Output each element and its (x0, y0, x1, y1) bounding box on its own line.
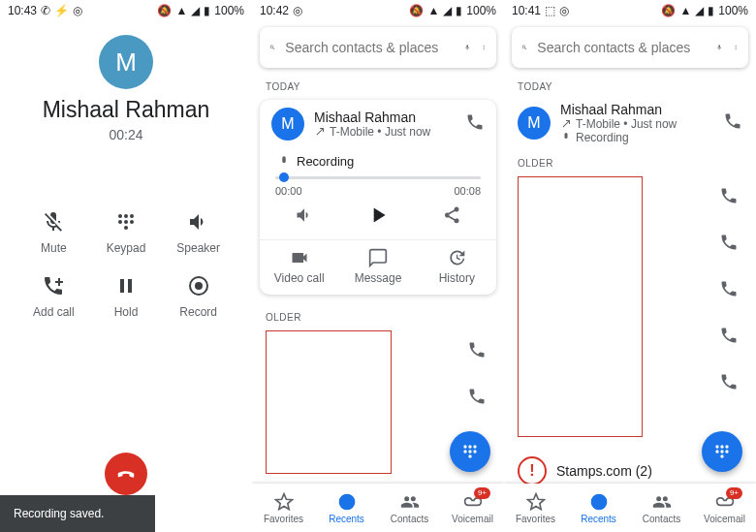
search-bar[interactable] (512, 27, 748, 68)
caller-avatar: M (99, 35, 153, 89)
recording-label-row: Recording (260, 148, 496, 174)
search-icon (269, 39, 275, 56)
svg-point-15 (463, 450, 466, 453)
voicemail-badge: 9+ (474, 487, 490, 499)
contact-subtitle: T-Mobile • Just now (314, 125, 456, 139)
dnd-icon: 🔕 (409, 4, 424, 17)
share-button[interactable] (442, 205, 461, 229)
list-item[interactable] (656, 266, 756, 312)
phone-icon (719, 186, 739, 205)
caller-name: Mishaal Rahman (0, 97, 252, 123)
list-item[interactable] (656, 219, 756, 266)
search-input[interactable] (285, 40, 455, 55)
clock-icon (337, 492, 357, 512)
status-time: 10:42 (260, 4, 289, 17)
volume-button[interactable] (295, 205, 314, 229)
overflow-icon[interactable] (733, 39, 739, 56)
call-button[interactable] (465, 112, 485, 136)
add-call-icon (42, 274, 65, 297)
elapsed-time: 00:00 (275, 185, 302, 197)
bottom-nav: Favorites Recents Contacts Voicemail9+ (252, 484, 504, 532)
list-item[interactable] (656, 312, 756, 359)
recent-call-card: M Mishaal Rahman T-Mobile • Just now Rec… (260, 100, 496, 295)
snackbar: Recording saved. (0, 495, 155, 532)
contact-avatar: M (271, 108, 304, 141)
hold-button[interactable]: Hold (90, 274, 163, 319)
contact-avatar: M (518, 107, 551, 140)
mic-icon[interactable] (464, 39, 470, 56)
svg-point-3 (118, 220, 122, 224)
wifi-icon: ▲ (175, 4, 187, 17)
phone-icon (467, 387, 487, 406)
list-item[interactable] (405, 373, 504, 420)
list-item[interactable] (656, 359, 756, 405)
dnd-icon: 🔕 (157, 4, 172, 17)
bolt-icon: ⚡ (54, 4, 69, 17)
add-call-button[interactable]: Add call (17, 274, 90, 319)
message-button[interactable]: Message (338, 240, 417, 295)
warning-avatar: ! (518, 456, 547, 485)
keypad-button[interactable]: Keypad (90, 210, 163, 255)
svg-point-11 (483, 48, 484, 49)
history-button[interactable]: History (418, 240, 496, 295)
nav-voicemail[interactable]: Voicemail9+ (693, 484, 756, 532)
svg-point-13 (468, 445, 471, 448)
status-bar: 10:42◎ 🔕▲◢▮100% (252, 0, 504, 21)
svg-point-27 (725, 450, 728, 453)
hangup-button[interactable] (105, 453, 147, 495)
nav-recents[interactable]: Recents (315, 484, 378, 532)
recent-call-entry[interactable]: M Mishaal Rahman T-Mobile • Just now (260, 100, 496, 148)
video-call-button[interactable]: Video call (260, 240, 338, 295)
list-item[interactable] (656, 172, 756, 219)
svg-point-21 (735, 48, 736, 49)
nav-contacts[interactable]: Contacts (378, 484, 441, 532)
mute-button[interactable]: Mute (17, 210, 90, 255)
dialpad-fab[interactable] (702, 431, 742, 472)
call-button[interactable] (723, 111, 742, 135)
list-item[interactable] (405, 327, 504, 373)
dialpad-icon (460, 442, 480, 461)
people-icon (652, 492, 672, 512)
overflow-icon[interactable] (481, 39, 487, 56)
svg-point-25 (715, 450, 718, 453)
dialpad-fab[interactable] (450, 431, 490, 472)
outgoing-icon (560, 118, 572, 130)
card-actions: Video call Message History (260, 239, 496, 295)
nav-recents[interactable]: Recents (567, 484, 630, 532)
svg-point-22 (715, 445, 718, 448)
dialpad-icon (114, 210, 138, 234)
playback-slider[interactable] (275, 176, 481, 179)
speaker-button[interactable]: Speaker (162, 210, 235, 255)
section-older: OLDER (252, 304, 504, 327)
speaker-icon (187, 210, 210, 234)
svg-point-19 (735, 46, 736, 47)
svg-point-9 (483, 46, 484, 47)
mic-icon[interactable] (716, 39, 722, 56)
battery-text: 100% (466, 4, 496, 17)
status-bar: 10:43 ✆ ⚡ ◎ 🔕 ▲ ◢ ▮ 100% (0, 0, 252, 21)
list-item-stamps[interactable]: ! Stamps.com (2) (504, 456, 703, 485)
phone-recents-collapsed: 10:41⬚◎ 🔕▲◢▮100% TODAY M Mishaal Rahman … (504, 0, 756, 532)
phone-icon (719, 233, 739, 252)
play-button[interactable] (365, 203, 391, 232)
status-bar: 10:41⬚◎ 🔕▲◢▮100% (504, 0, 756, 21)
search-input[interactable] (537, 40, 707, 55)
phone-icon (719, 279, 739, 298)
nav-favorites[interactable]: Favorites (252, 484, 315, 532)
nav-favorites[interactable]: Favorites (504, 484, 567, 532)
svg-point-1 (124, 214, 128, 218)
svg-point-14 (473, 445, 476, 448)
status-time: 10:43 (8, 4, 37, 17)
svg-point-0 (118, 214, 122, 218)
recent-call-entry[interactable]: M Mishaal Rahman T-Mobile • Just now Rec… (504, 96, 756, 150)
section-today: TODAY (504, 74, 756, 96)
voicemail-badge: 9+ (726, 487, 742, 499)
total-time: 00:08 (454, 185, 481, 197)
search-bar[interactable] (260, 27, 496, 68)
svg-point-4 (124, 220, 128, 224)
search-icon (521, 39, 527, 56)
nav-contacts[interactable]: Contacts (630, 484, 693, 532)
phone-icon: ✆ (41, 4, 50, 17)
record-button[interactable]: Record (162, 274, 235, 319)
nav-voicemail[interactable]: Voicemail9+ (441, 484, 504, 532)
